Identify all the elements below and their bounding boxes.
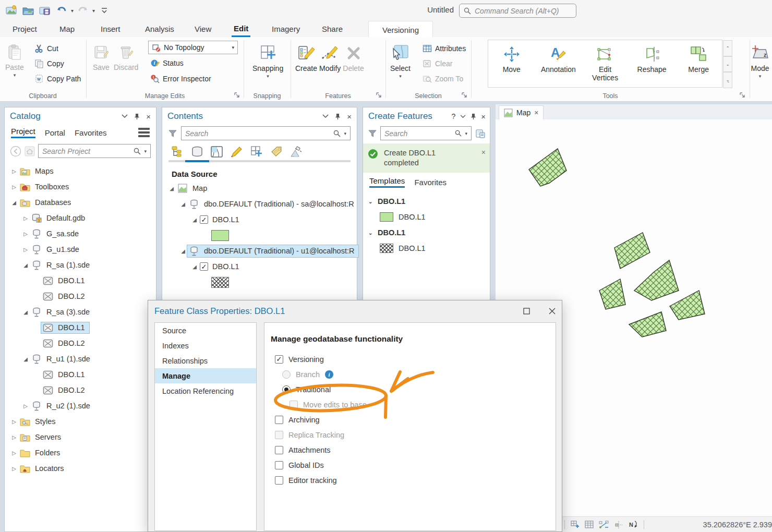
manage-templates-icon[interactable] [475,128,486,139]
contents-row-dbo-default-traditional-u1-localhost-r[interactable]: ◢dbo.DEFAULT (Traditional) - u1@localhos… [162,243,357,259]
dialog-nav-location-referencing[interactable]: Location Referencing [155,383,256,398]
catalog-row-styles[interactable]: ▷Styles [5,414,156,429]
create-features-collapse-icon[interactable] [460,115,466,118]
home-icon[interactable] [25,146,35,156]
expander-icon[interactable]: ▷ [21,403,30,409]
checkbox-control[interactable] [275,476,283,485]
template-group[interactable]: ⌄DBO.L1 [368,194,490,209]
create-features-pin-icon[interactable] [471,113,476,120]
snapping-button[interactable]: Snapping▾ [252,40,283,90]
create-features-search-input[interactable]: Search ▾ [380,126,472,140]
selection-launcher-icon[interactable] [461,92,468,99]
info-icon[interactable]: i [325,370,333,379]
contents-row-dbo-l1[interactable]: ◢✓DBO.L1 [162,259,357,274]
dialog-maximize-icon[interactable] [523,308,530,315]
catalog-pin-icon[interactable] [134,113,140,120]
dialog-nav-relationships[interactable]: Relationships [155,353,256,368]
catalog-tab-favorites[interactable]: Favorites [75,128,107,137]
checkbox-control[interactable] [275,416,283,424]
customize-qat-icon[interactable] [97,3,112,18]
create-features-tab-favorites[interactable]: Favorites [414,178,447,187]
expander-icon[interactable]: ▷ [21,247,30,252]
layer-checkbox[interactable]: ✓ [200,262,208,271]
gallery-scroll-down-icon[interactable]: ⌄ [723,56,732,72]
catalog-row-dbo-l1[interactable]: DBO.L1 [5,273,156,288]
layer-checkbox[interactable]: ✓ [200,215,208,224]
tools-launcher-icon[interactable] [739,92,746,99]
checkbox-control[interactable] [275,461,283,469]
discard-edits-button[interactable]: Discard [114,40,138,90]
command-search-input[interactable]: Command Search (Alt+Q) [459,4,576,18]
labeling-view-icon[interactable] [250,146,263,158]
catalog-search-dropdown-icon[interactable]: ▾ [144,149,147,154]
catalog-menu-icon[interactable] [138,128,150,137]
ribbon-tab-project[interactable]: Project [10,21,39,37]
expander-icon[interactable]: ◢ [179,248,187,254]
catalog-row-g-sa-sde[interactable]: ▷G_sa.sde [5,226,156,241]
catalog-row-dbo-l2[interactable]: DBO.L2 [5,382,156,398]
expander-icon[interactable]: ▷ [21,215,30,221]
catalog-tab-project[interactable]: Project [11,127,35,138]
catalog-row-dbo-l2[interactable]: DBO.L2 [5,335,156,351]
catalog-row-r-u1-1-sde[interactable]: ◢R_u1 (1).sde [5,351,156,367]
map-polygon-2[interactable] [614,233,650,269]
map-polygon-4[interactable] [634,260,679,300]
dialog-nav-indexes[interactable]: Indexes [155,338,256,353]
expander-icon[interactable]: ◢ [21,309,30,315]
map-polygon-3[interactable] [599,279,625,309]
notification-close-icon[interactable]: × [481,148,486,156]
catalog-close-icon[interactable]: × [146,112,151,121]
expander-icon[interactable]: ◢ [21,262,30,268]
catalog-row-folders[interactable]: ▷Folders [5,445,156,461]
expander-icon[interactable]: ▷ [10,434,18,440]
catalog-search-input[interactable]: Search Project ▾ [38,144,151,158]
catalog-row-maps[interactable]: ▷Maps [5,163,156,179]
catalog-tab-portal[interactable]: Portal [45,128,65,137]
gallery-scroll-up-icon[interactable]: ⌃ [723,40,732,56]
mode-button[interactable]: z Mode▾ [750,40,770,90]
expander-icon[interactable]: ◢ [190,217,199,223]
redo-dropdown-icon[interactable]: ▾ [92,8,95,14]
dialog-title-bar[interactable]: Feature Class Properties: DBO.L1 [148,300,562,321]
delete-features-button[interactable]: Delete [343,40,364,90]
template-item[interactable]: DBO.L1 [368,209,490,225]
undo-icon[interactable] [54,3,69,18]
ribbon-tab-view[interactable]: View [192,21,213,37]
expander-icon[interactable]: ◢ [190,264,199,270]
help-icon[interactable]: ? [451,112,455,120]
gallery-expand-icon[interactable]: ⌄̱ [723,72,732,88]
checkbox-control[interactable] [275,446,283,454]
checkbox-archiving[interactable]: Archiving [271,412,556,427]
tool-reshape[interactable]: Reshape [629,40,676,87]
checkbox-global-ids[interactable]: Global IDs [271,457,556,473]
undo-dropdown-icon[interactable]: ▾ [71,8,74,14]
copy-button[interactable]: Copy [32,56,83,70]
checkbox-control[interactable]: ✓ [275,355,283,364]
ribbon-tab-analysis[interactable]: Analysis [143,21,176,37]
template-item[interactable]: DBO.L1 [368,240,490,256]
catalog-row-r-u2-1-sde[interactable]: ▷R_u2 (1).sde [5,398,156,414]
cut-button[interactable]: Cut [32,41,83,55]
expander-icon[interactable]: ▷ [10,184,18,190]
template-group[interactable]: ⌄DBO.L1 [368,225,490,240]
contents-row-swatch[interactable] [162,274,357,290]
filter-icon[interactable] [368,129,377,138]
north-arrow-status-icon[interactable]: N [628,520,638,529]
checkbox-versioning[interactable]: ✓Versioning [271,352,556,367]
contents-search-dropdown-icon[interactable]: ▾ [344,131,346,136]
expander-icon[interactable]: ▷ [10,168,18,174]
editing-view-icon[interactable] [230,146,244,158]
catalog-row-dbo-l1[interactable]: DBO.L1 [5,320,156,335]
open-project-icon[interactable] [21,3,35,18]
dialog-close-icon[interactable] [549,308,556,315]
select-button[interactable]: Select▾ [390,40,411,90]
expander-icon[interactable]: ◢ [21,356,30,362]
dialog-nav-manage[interactable]: Manage [155,368,256,383]
save-edits-button[interactable]: Save [93,40,110,90]
new-project-icon[interactable] [4,3,19,18]
expander-icon[interactable]: ◢ [179,201,187,207]
contents-pin-icon[interactable] [335,113,341,120]
map-polygon-1[interactable] [529,149,566,186]
catalog-row-default-gdb[interactable]: ▷Default.gdb [5,210,156,226]
ribbon-tab-insert[interactable]: Insert [99,21,123,37]
